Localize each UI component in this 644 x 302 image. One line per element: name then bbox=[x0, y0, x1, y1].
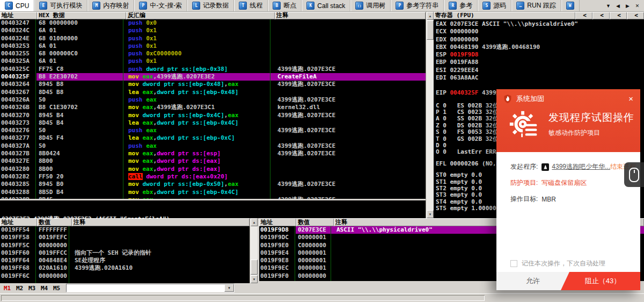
disasm-row[interactable]: 00403282FF50 20call dword ptr ds:[eax+0x… bbox=[0, 173, 426, 181]
disasm-address: 00403270 bbox=[0, 112, 36, 119]
command-combobox[interactable]: ▼ bbox=[66, 284, 235, 292]
disasm-row[interactable]: 0040327E8B00mov eax,dword ptr ds:[eax] bbox=[0, 157, 426, 165]
toolbar-tab-breakpoints[interactable]: B断点 bbox=[268, 0, 302, 11]
stack-address: 0019FF60 bbox=[0, 249, 36, 257]
dump-tab-m3[interactable]: M3 bbox=[28, 285, 35, 292]
stack-row[interactable]: 0019FF600019FFCC指向下一个 SEH 记录的指针 bbox=[0, 249, 250, 257]
source-program-link[interactable]: 4399逃跑吧少年华... bbox=[552, 162, 610, 171]
stack-address: 0019F9EC bbox=[259, 264, 296, 272]
close-icon[interactable]: × bbox=[628, 95, 633, 103]
scroll-up-icon[interactable]: ▲ bbox=[427, 12, 434, 20]
stack-row[interactable]: 0019FF68020A16104399逃跑.020A1610 bbox=[0, 264, 250, 272]
stack-row[interactable]: 0019FF580019FEFC bbox=[0, 234, 250, 241]
disasm-row[interactable]: 004032708945 B4mov dword ptr ss:[ebp-0x4… bbox=[0, 112, 426, 119]
disasm-row[interactable]: 004032738D45 B4lea eax,dword ptr ss:[ebp… bbox=[0, 119, 426, 127]
stack-row[interactable]: 0019FF5C00000000 bbox=[0, 242, 250, 249]
disassembly-scrollbar[interactable]: ▲ ▼ bbox=[426, 12, 434, 218]
disasm-row[interactable]: 0040324768 00000000push 0x0 bbox=[0, 19, 426, 27]
toolbar-tab-log-data[interactable]: L记录数据 bbox=[187, 0, 234, 11]
scrollbar-thumb[interactable] bbox=[427, 20, 434, 40]
stack-row[interactable]: 0019FF64004848E4SE处理程序 bbox=[0, 257, 250, 264]
dump-tab-m1[interactable]: M1 bbox=[4, 285, 11, 292]
disasm-row[interactable]: 0040325FB8 E2E30702mov eax,4399逃跑.0207E3… bbox=[0, 73, 426, 81]
command-input[interactable] bbox=[67, 284, 224, 292]
stack-row[interactable]: 0019FF54FFFFFFFF bbox=[0, 226, 250, 234]
scroll-left-icon[interactable]: ◀ bbox=[614, 2, 622, 10]
disasm-row[interactable]: 0040324C6A 01push 0x1 bbox=[0, 27, 426, 34]
toolbar-tab-executable-modules[interactable]: E可执行模块 bbox=[34, 0, 87, 11]
disasm-row[interactable]: 0040324E68 01000000push 0x1 bbox=[0, 35, 426, 42]
disasm-row[interactable]: 0040327B8B0424mov eax,dword ptr ss:[esp]… bbox=[0, 150, 426, 157]
disasm-row[interactable]: 0040325A6A 01push 0x1 bbox=[0, 57, 426, 65]
disasm-row[interactable]: 004032778D45 F4lea eax,dword ptr ss:[ebp… bbox=[0, 134, 426, 142]
dump-tab-m2[interactable]: M2 bbox=[16, 285, 23, 292]
disasm-row[interactable]: 004032888B5D B4mov ebx,dword ptr ss:[ebp… bbox=[0, 189, 426, 196]
dump-tab-m4[interactable]: M4 bbox=[41, 285, 48, 292]
toolbar-tab-call-tree[interactable]: ()调用树 bbox=[350, 0, 391, 11]
toolbar-tab-windows[interactable]: W bbox=[561, 0, 580, 11]
asm-token: mov bbox=[128, 112, 139, 119]
scroll-up-icon[interactable]: ▲ bbox=[251, 218, 258, 226]
toolbar-tab-call-stack[interactable]: KCall stack bbox=[302, 0, 350, 11]
toolbar-tab-label: CPU bbox=[16, 2, 29, 10]
combo-dropdown-icon[interactable]: ▼ bbox=[224, 284, 234, 292]
reference-strings-icon: P bbox=[396, 2, 404, 10]
toolbar-tab-threads[interactable]: T线程 bbox=[234, 0, 268, 11]
asm-token: dword ptr ss:[ebp-0x4C] bbox=[157, 119, 238, 126]
cn-search-icon: P bbox=[139, 2, 147, 10]
toolbar-tab-run-trace[interactable]: …RUN 跟踪 bbox=[511, 0, 561, 11]
toolbar-tab-memory-map[interactable]: M内存映射 bbox=[87, 0, 134, 11]
disasm-row[interactable]: 0040325CFF75 C8push dword ptr ss:[ebp-0x… bbox=[0, 66, 426, 73]
disasm-row[interactable]: 004032858945 B0mov dword ptr ss:[ebp-0x5… bbox=[0, 181, 426, 188]
window-dropdown-icon[interactable]: ▼ bbox=[604, 2, 612, 10]
asm-token: push bbox=[128, 127, 143, 134]
toolbar-tab-reference-strings[interactable]: P参考字符串 bbox=[391, 0, 444, 11]
scroll-down-icon[interactable]: ▼ bbox=[251, 275, 258, 283]
scroll-right-icon[interactable]: ▶ bbox=[624, 2, 632, 10]
allow-button[interactable]: 允许 bbox=[496, 272, 569, 290]
disasm-row[interactable]: 004032648945 B8mov dword ptr ss:[ebp-0x4… bbox=[0, 81, 426, 88]
references-icon: R bbox=[449, 2, 457, 10]
remember-checkbox[interactable] bbox=[510, 260, 517, 267]
asm-token: mov bbox=[128, 157, 139, 164]
register-collapse-button[interactable]: < bbox=[575, 12, 592, 19]
stack-value: 00000001 bbox=[296, 257, 334, 264]
column-separator bbox=[331, 226, 331, 281]
disasm-hexbytes: 6A 01 bbox=[36, 27, 126, 34]
disasm-row[interactable]: 004032678D45 B8lea eax,dword ptr ss:[ebp… bbox=[0, 89, 426, 96]
close-window-icon[interactable]: ✕ bbox=[633, 2, 641, 10]
disasm-comment bbox=[275, 119, 426, 127]
disasm-row[interactable]: 004032808B00mov eax,dword ptr ds:[eax] bbox=[0, 166, 426, 173]
dump-tab-m5[interactable]: M5 bbox=[53, 285, 60, 292]
disasm-row[interactable]: 0040327650push eax4399逃跑.0207E3CE bbox=[0, 127, 426, 134]
disasm-row[interactable]: 0040326BB8 C1E30702mov eax,4399逃跑.0207E3… bbox=[0, 104, 426, 111]
disasm-row[interactable]: 0040327A50push eax4399逃跑.0207E3CE bbox=[0, 142, 426, 150]
asm-token: push bbox=[128, 35, 143, 42]
scroll-down-icon[interactable]: ▼ bbox=[427, 210, 434, 218]
stack-row[interactable]: 0019FF6C00000000 bbox=[0, 272, 250, 280]
alert-body: 发起程序: 4399逃跑吧少年华... 结束进程 防护项目: 写磁盘保留扇区 操… bbox=[510, 162, 635, 211]
disasm-row[interactable]: 004032536A 01push 0x1 bbox=[0, 42, 426, 50]
stack-comment: 指向下一个 SEH 记录的指针 bbox=[72, 249, 250, 257]
register-collapse-button[interactable]: < bbox=[627, 12, 644, 19]
toolbar-tab-cn-search[interactable]: P中-文-搜-索 bbox=[134, 0, 187, 11]
asm-token: EBX 00468190 bbox=[436, 44, 482, 51]
scrollbar-thumb[interactable] bbox=[251, 260, 258, 275]
stack-comment bbox=[72, 226, 250, 234]
toolbar-tab-references[interactable]: R参考 bbox=[444, 0, 478, 11]
asm-token: ST3 empty 0.0 bbox=[436, 191, 482, 198]
disasm-instruction: push eax bbox=[126, 96, 275, 104]
toolbar-tab-cpu[interactable]: CCPU bbox=[0, 0, 34, 11]
register-collapse-button[interactable]: < bbox=[610, 12, 627, 19]
block-button[interactable]: 阻止（43） bbox=[561, 272, 640, 290]
asm-token: EAX 0207E3CE ASCII "\\.\\physicaldrive0" bbox=[436, 20, 578, 27]
toolbar-tab-source[interactable]: S源码 bbox=[478, 0, 511, 11]
stack-left-scrollbar[interactable]: ▲ ▼ bbox=[250, 218, 258, 283]
stack-value: 0207E3CE bbox=[296, 226, 334, 234]
disasm-row[interactable]: 0040326A50push eax4399逃跑.0207E3CE bbox=[0, 96, 426, 104]
disasm-row[interactable]: 0040325568 000000C0push 0xC0000000 bbox=[0, 50, 426, 57]
register-collapse-button[interactable]: < bbox=[592, 12, 610, 19]
asm-token: push bbox=[128, 57, 143, 64]
asm-token: eax bbox=[143, 157, 153, 164]
disasm-comment bbox=[275, 57, 426, 65]
